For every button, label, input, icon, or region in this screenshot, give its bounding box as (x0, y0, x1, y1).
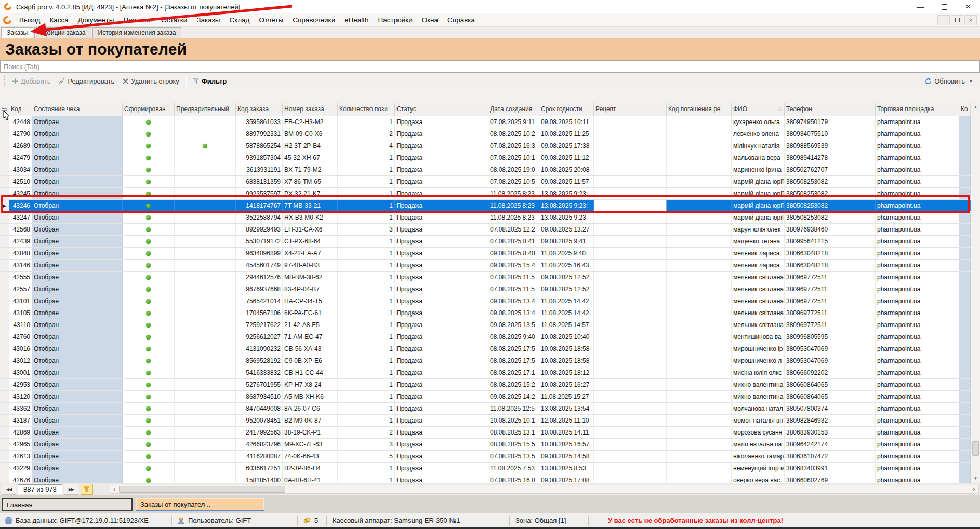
cell-qty[interactable]: 1 (338, 212, 395, 223)
cell-kod[interactable]: 42689 (9, 140, 32, 152)
cell-fio[interactable]: мирошниченко ір (732, 343, 785, 355)
cell-qty[interactable]: 1 (338, 283, 395, 295)
cell-recipe[interactable] (594, 272, 667, 283)
cell-redeem[interactable] (667, 248, 732, 259)
cell-fio[interactable]: мармій діана юрії (732, 212, 785, 223)
cell-ind[interactable] (0, 367, 9, 378)
cell-status[interactable]: Продажа (395, 152, 488, 164)
cell-recipe[interactable] (594, 116, 667, 128)
cell-formed[interactable] (123, 403, 175, 414)
cell-phone[interactable]: 380683403991 (785, 463, 876, 474)
cell-fio[interactable]: ніколаенко тамар (732, 451, 785, 462)
cell-kod[interactable]: 43034 (9, 164, 32, 175)
cell-fio[interactable]: марун юлія олек (732, 224, 785, 235)
cell-status[interactable]: Продажа (395, 283, 488, 295)
table-row[interactable]: 42479Отобран939185730445-32-XH-671Продаж… (0, 152, 971, 164)
cell-phone[interactable]: 380934075510 (785, 128, 876, 140)
cell-created[interactable]: 07.08.2025 8:41 (488, 236, 539, 247)
cell-expiry[interactable]: 09.08.2025 10:11 (539, 116, 594, 128)
cell-shop[interactable]: pharmapoint.ua (876, 355, 959, 367)
cell-prelim[interactable] (175, 463, 236, 474)
cell-formed[interactable] (123, 319, 175, 331)
cell-shop[interactable]: pharmapoint.ua (876, 295, 959, 307)
cell-qty[interactable]: 1 (338, 272, 395, 283)
cell-fio[interactable]: мяло наталья па (732, 439, 785, 450)
cell-prelim[interactable] (175, 427, 236, 438)
cell-qty[interactable]: 1 (338, 367, 395, 378)
cell-redeem[interactable] (667, 260, 732, 271)
cell-kod[interactable]: 42613 (9, 451, 32, 462)
cell-shop[interactable]: pharmapoint.ua (876, 415, 959, 426)
cell-redeem[interactable] (667, 474, 732, 483)
cell-order_no[interactable]: H2-3T-2P-B4 (283, 140, 338, 152)
cell-order_no[interactable]: CB-H1-CC-44 (283, 367, 338, 378)
column-header-order_code[interactable]: Код заказа (236, 103, 283, 116)
scroll-up-icon[interactable]: ▲ (971, 103, 980, 112)
cell-ko[interactable] (959, 403, 971, 414)
cell-prelim[interactable] (175, 272, 236, 283)
cell-ind[interactable] (0, 439, 9, 450)
cell-order_no[interactable]: HX-B3-M0-K2 (283, 212, 338, 223)
table-row[interactable]: 42568Отобран8929929493EH-31-CA-X63Продаж… (0, 224, 971, 236)
table-row[interactable]: 42510Отобран6838131359X7-86-TM-651Продаж… (0, 176, 971, 188)
cell-expiry[interactable]: 09.08.2025 11:57 (539, 176, 594, 187)
cell-recipe[interactable] (594, 200, 667, 211)
cell-order_no[interactable]: EB-C2-H3-M2 (283, 116, 338, 128)
cell-recipe[interactable] (594, 260, 667, 271)
cell-kod[interactable]: 42869 (9, 427, 32, 438)
scroll-down-icon[interactable]: ▼ (971, 474, 980, 483)
cell-qty[interactable]: 1 (338, 260, 395, 271)
cell-status[interactable]: Продажа (395, 391, 488, 402)
cell-status[interactable]: Продажа (395, 272, 488, 283)
cell-ko[interactable] (959, 176, 971, 187)
cell-phone[interactable]: 380666092202 (785, 367, 876, 378)
cell-status[interactable]: Продажа (395, 295, 488, 307)
cell-kod[interactable]: 43247 (9, 212, 32, 223)
cell-state[interactable]: Отобран (32, 283, 123, 295)
cell-order_no[interactable]: 0A-8B-6H-41 (283, 474, 338, 483)
cell-order_code[interactable]: 1418174767 (236, 200, 283, 211)
cell-phone[interactable]: 380953047069 (785, 355, 876, 367)
cell-status[interactable]: Продажа (395, 463, 488, 474)
cell-order_code[interactable]: 3522588794 (236, 212, 283, 223)
cell-prelim[interactable] (175, 343, 236, 355)
cell-shop[interactable]: pharmapoint.ua (876, 140, 959, 152)
cell-redeem[interactable] (667, 176, 732, 187)
cell-order_no[interactable]: M9-XC-7E-63 (283, 439, 338, 450)
cell-recipe[interactable] (594, 463, 667, 474)
cell-phone[interactable]: 380969772511 (785, 283, 876, 295)
cell-expiry[interactable]: 11.08.2025 14:57 (539, 319, 594, 331)
cell-order_code[interactable]: 7565421014 (236, 295, 283, 307)
cell-state[interactable]: Отобран (32, 403, 123, 414)
cell-order_no[interactable]: CB-56-XA-43 (283, 343, 338, 355)
cell-ko[interactable] (959, 188, 971, 199)
cell-order_no[interactable]: 21-42-A8-E5 (283, 319, 338, 331)
cell-recipe[interactable] (594, 176, 667, 187)
cell-expiry[interactable]: 09.08.2025 17:08 (539, 474, 594, 483)
column-header-expiry[interactable]: Срок годности (539, 103, 594, 116)
table-row[interactable]: 42676Отобран15818514000A-8B-6H-411Продаж… (0, 474, 971, 483)
cell-created[interactable]: 11.08.2025 8:23 (488, 188, 539, 199)
cell-qty[interactable]: 3 (338, 224, 395, 235)
menu-item-Выход[interactable]: Выход (15, 13, 45, 26)
cell-order_code[interactable]: 8470449008 (236, 403, 283, 414)
cell-qty[interactable]: 1 (338, 343, 395, 355)
cell-ind[interactable] (0, 236, 9, 247)
cell-status[interactable]: Продажа (395, 355, 488, 367)
cell-expiry[interactable]: 10.08.2025 11:25 (539, 128, 594, 140)
menu-item-Справочники[interactable]: Справочники (288, 13, 340, 26)
cell-fio[interactable]: мирошниченко л (732, 355, 785, 367)
cell-kod[interactable]: 42439 (9, 236, 32, 247)
refresh-button[interactable]: Обновить ▼ (921, 75, 977, 87)
cell-ind[interactable] (0, 188, 9, 199)
cell-redeem[interactable] (667, 427, 732, 438)
pager-filter-button[interactable] (81, 484, 93, 495)
table-row[interactable]: 42953Отобран5276701955KP-H7-X8-241Продаж… (0, 379, 971, 391)
cell-fio[interactable]: мальована вера (732, 152, 785, 164)
cell-prelim[interactable] (175, 331, 236, 343)
cell-status[interactable]: Продажа (395, 331, 488, 343)
cell-prelim[interactable] (175, 200, 236, 211)
cell-formed[interactable] (123, 439, 175, 450)
table-row[interactable]: 43034Отобран3613931191BX-71-79-M21Продаж… (0, 164, 971, 176)
cell-order_code[interactable]: 5530719172 (236, 236, 283, 247)
